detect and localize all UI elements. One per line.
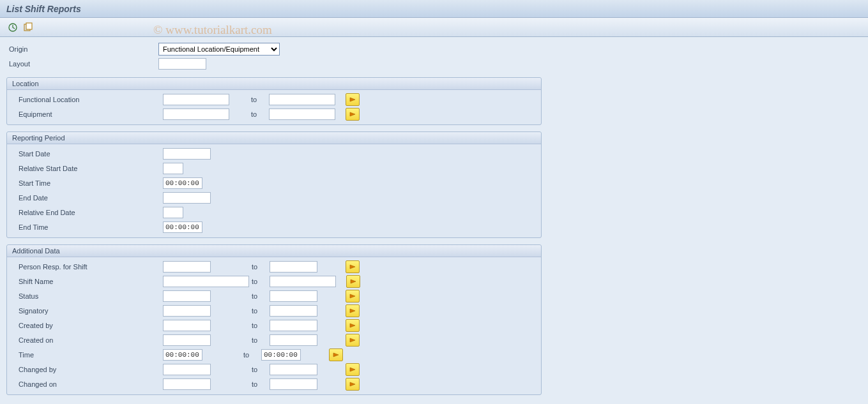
additional-row: Person Resp. for Shift to xyxy=(11,260,537,274)
additional-from-input[interactable] xyxy=(163,261,211,273)
additional-to-input[interactable] xyxy=(270,378,317,390)
end-time-label: End Time xyxy=(11,223,163,231)
group-additional-body: Person Resp. for Shift to Shift Name to … xyxy=(7,257,541,394)
page-title: List Shift Reports xyxy=(6,4,81,14)
group-reporting: Reporting Period Start Date Relative Sta… xyxy=(6,131,542,238)
multiple-selection-button[interactable] xyxy=(346,275,360,288)
location-row: Equipment to xyxy=(11,107,537,121)
additional-from-input[interactable] xyxy=(163,364,211,375)
to-label: to xyxy=(241,351,261,359)
origin-label: Origin xyxy=(6,45,158,53)
to-label: to xyxy=(249,292,270,300)
start-time-label: Start Time xyxy=(11,179,163,187)
to-label: to xyxy=(248,96,269,103)
multiple-selection-button[interactable] xyxy=(346,260,360,273)
location-to-input[interactable] xyxy=(269,108,335,120)
multiple-selection-button[interactable] xyxy=(346,290,360,303)
execute-button[interactable] xyxy=(6,21,19,34)
start-time-input[interactable] xyxy=(163,177,202,189)
to-label: to xyxy=(249,263,270,271)
additional-row: Status to xyxy=(11,289,537,303)
multiple-selection-button[interactable] xyxy=(346,334,360,347)
additional-label: Changed by xyxy=(11,366,163,373)
additional-to-input[interactable] xyxy=(270,364,317,375)
additional-label: Shift Name xyxy=(11,278,163,285)
additional-from-input[interactable] xyxy=(163,290,211,302)
additional-label: Status xyxy=(11,292,163,300)
group-additional: Additional Data Person Resp. for Shift t… xyxy=(6,244,542,395)
origin-row: Origin Functional Location/Equipment xyxy=(6,42,862,56)
multiple-selection-button[interactable] xyxy=(346,108,360,121)
multiple-selection-button[interactable] xyxy=(346,363,360,376)
to-label: to xyxy=(249,336,270,344)
location-label: Equipment xyxy=(11,110,163,118)
layout-input[interactable] xyxy=(158,58,206,70)
additional-from-input[interactable] xyxy=(163,378,211,390)
origin-select[interactable]: Functional Location/Equipment xyxy=(158,43,280,56)
multiple-selection-button[interactable] xyxy=(346,93,360,106)
multiple-selection-button[interactable] xyxy=(346,304,360,317)
additional-label: Changed on xyxy=(11,380,163,388)
group-additional-title: Additional Data xyxy=(7,245,541,257)
additional-label: Created by xyxy=(11,322,163,329)
additional-from-input[interactable] xyxy=(163,305,211,317)
end-date-label: End Date xyxy=(11,194,163,202)
start-date-label: Start Date xyxy=(11,150,163,158)
to-label: to xyxy=(249,366,270,373)
toolbar xyxy=(0,18,868,37)
location-from-input[interactable] xyxy=(163,94,229,105)
additional-label: Created on xyxy=(11,336,163,344)
end-time-input[interactable] xyxy=(163,221,202,233)
additional-to-input[interactable] xyxy=(270,276,336,287)
svg-rect-2 xyxy=(26,23,32,29)
group-location-body: Functional Location to Equipment to xyxy=(7,90,541,124)
get-variant-button[interactable] xyxy=(22,21,34,34)
end-date-input[interactable] xyxy=(163,192,211,204)
additional-from-input[interactable] xyxy=(163,349,202,361)
rel-end-label: Relative End Date xyxy=(11,209,163,216)
additional-to-input[interactable] xyxy=(261,349,301,361)
additional-row: Changed by to xyxy=(11,363,537,377)
group-reporting-title: Reporting Period xyxy=(7,132,541,144)
layout-row: Layout xyxy=(6,57,862,71)
additional-to-input[interactable] xyxy=(270,334,317,346)
multiple-selection-button[interactable] xyxy=(346,319,360,332)
to-label: to xyxy=(249,307,270,315)
location-row: Functional Location to xyxy=(11,93,537,107)
to-label: to xyxy=(249,380,270,388)
to-label: to xyxy=(248,110,269,118)
multiple-selection-button[interactable] xyxy=(329,348,343,361)
location-from-input[interactable] xyxy=(163,108,229,120)
additional-to-input[interactable] xyxy=(270,305,317,317)
additional-from-input[interactable] xyxy=(163,320,211,331)
additional-row: Changed on to xyxy=(11,377,537,391)
location-label: Functional Location xyxy=(11,96,163,103)
main-content: Origin Functional Location/Equipment Lay… xyxy=(0,37,868,404)
to-label: to xyxy=(249,322,270,329)
group-location: Location Functional Location to Equipmen… xyxy=(6,77,542,125)
additional-label: Time xyxy=(11,351,163,359)
location-to-input[interactable] xyxy=(269,94,335,105)
additional-row: Time to xyxy=(11,348,537,362)
group-location-title: Location xyxy=(7,78,541,90)
additional-from-input[interactable] xyxy=(163,334,211,346)
rel-start-label: Relative Start Date xyxy=(11,165,163,172)
additional-row: Shift Name to xyxy=(11,274,537,288)
start-date-input[interactable] xyxy=(163,148,211,160)
additional-to-input[interactable] xyxy=(270,261,317,273)
additional-row: Created on to xyxy=(11,333,537,347)
multiple-selection-button[interactable] xyxy=(346,378,360,391)
title-bar: List Shift Reports xyxy=(0,0,868,18)
to-label: to xyxy=(249,278,270,285)
additional-label: Person Resp. for Shift xyxy=(11,263,163,271)
rel-start-input[interactable] xyxy=(163,163,183,174)
additional-to-input[interactable] xyxy=(270,290,317,302)
additional-row: Signatory to xyxy=(11,304,537,318)
rel-end-input[interactable] xyxy=(163,207,183,218)
additional-to-input[interactable] xyxy=(270,320,317,331)
layout-label: Layout xyxy=(6,60,158,68)
additional-row: Created by to xyxy=(11,318,537,333)
additional-label: Signatory xyxy=(11,307,163,315)
group-reporting-body: Start Date Relative Start Date Start Tim… xyxy=(7,144,541,237)
additional-from-input[interactable] xyxy=(163,276,249,287)
